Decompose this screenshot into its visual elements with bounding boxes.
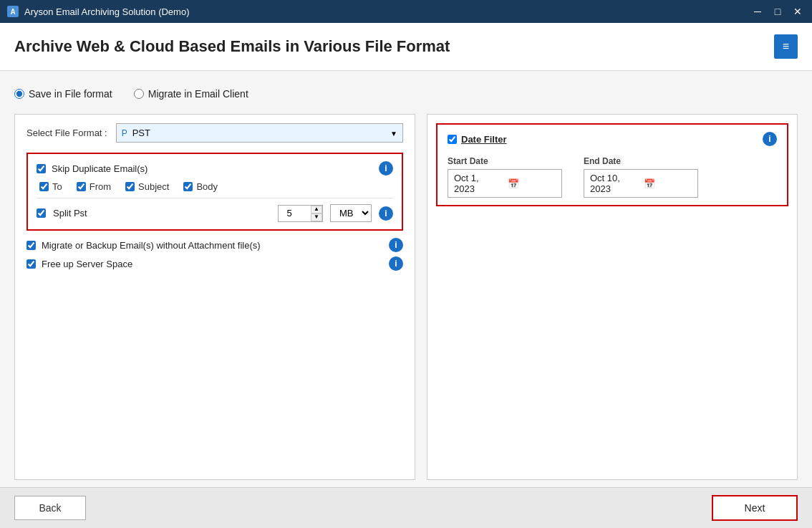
free-up-row: Free up Server Space i: [26, 256, 403, 271]
spin-up-button[interactable]: ▲: [311, 206, 322, 213]
app-header: Archive Web & Cloud Based Emails in Vari…: [0, 23, 812, 71]
split-pst-checkbox[interactable]: [37, 208, 46, 218]
file-format-select-wrapper: P PST MSG EML PDF MBOX HTML ▼: [116, 123, 403, 143]
end-date-input[interactable]: Oct 10, 2023 📅: [584, 169, 698, 198]
number-spinners: ▲ ▼: [311, 206, 322, 221]
page-title: Archive Web & Cloud Based Emails in Vari…: [14, 37, 450, 56]
divider-1: [37, 198, 393, 198]
split-pst-row: Split Pst ▲ ▼ MB GB KB i: [37, 204, 393, 222]
migrate-email-client-option[interactable]: Migrate in Email Client: [134, 88, 248, 100]
back-button[interactable]: Back: [14, 496, 86, 520]
body-checkbox[interactable]: [183, 182, 193, 191]
app-icon: A: [7, 6, 19, 17]
split-value-input[interactable]: [279, 206, 311, 221]
skip-duplicate-checkbox[interactable]: [37, 164, 46, 173]
next-button[interactable]: Next: [712, 495, 798, 521]
title-bar-controls: ─ □ ✕: [750, 4, 805, 19]
mode-radio-group: Save in File format Migrate in Email Cli…: [14, 85, 798, 102]
unit-select[interactable]: MB GB KB: [330, 204, 372, 222]
save-file-format-label: Save in File format: [29, 88, 112, 100]
filter-checkbox-group: To From Subject Body: [37, 181, 393, 192]
from-checkbox[interactable]: [77, 182, 86, 191]
migrate-backup-checkbox[interactable]: [26, 241, 36, 250]
to-label: To: [52, 181, 62, 192]
options-box: Skip Duplicate Email(s) i To From: [26, 153, 403, 231]
skip-duplicate-label: Skip Duplicate Email(s): [52, 163, 148, 174]
free-up-info-icon[interactable]: i: [389, 256, 403, 271]
end-date-value: Oct 10, 2023: [590, 173, 638, 194]
spin-down-button[interactable]: ▼: [311, 213, 322, 221]
close-button[interactable]: ✕: [791, 4, 805, 19]
start-date-value: Oct 1, 2023: [454, 173, 502, 194]
date-filter-info-icon[interactable]: i: [763, 132, 777, 146]
subject-label: Subject: [138, 181, 169, 192]
date-filter-panel: Date Filter i Start Date Oct 1, 2023 📅 E…: [436, 123, 788, 206]
body-checkbox-item[interactable]: Body: [183, 181, 218, 192]
left-panel: Select File Format : P PST MSG EML PDF M…: [14, 114, 415, 480]
split-pst-label: Split Pst: [53, 208, 87, 219]
save-file-format-option[interactable]: Save in File format: [14, 88, 112, 100]
date-filter-checkbox[interactable]: [448, 135, 457, 144]
date-filter-label: Date Filter: [461, 134, 507, 145]
start-date-field: Start Date Oct 1, 2023 📅: [448, 156, 562, 198]
to-checkbox[interactable]: [39, 182, 49, 191]
free-up-label: Free up Server Space: [42, 259, 132, 269]
subject-checkbox[interactable]: [125, 182, 135, 191]
migrate-backup-info-icon[interactable]: i: [389, 238, 403, 252]
from-checkbox-item[interactable]: From: [77, 181, 111, 192]
split-pst-info-icon[interactable]: i: [379, 206, 393, 221]
date-filter-title-row: Date Filter: [448, 134, 507, 145]
menu-button[interactable]: ≡: [774, 34, 798, 59]
date-filter-header: Date Filter i: [448, 132, 777, 146]
migrate-email-client-label: Migrate in Email Client: [148, 88, 248, 100]
migrate-backup-label: Migrate or Backup Email(s) without Attac…: [42, 240, 261, 251]
skip-duplicate-row: Skip Duplicate Email(s) i: [37, 161, 393, 176]
file-format-label: Select File Format :: [26, 128, 107, 138]
free-up-checkbox[interactable]: [26, 259, 36, 269]
end-date-calendar-icon[interactable]: 📅: [644, 178, 692, 189]
body-label: Body: [196, 181, 218, 192]
start-date-input[interactable]: Oct 1, 2023 📅: [448, 169, 562, 198]
end-date-label: End Date: [584, 156, 698, 166]
file-format-row: Select File Format : P PST MSG EML PDF M…: [26, 123, 403, 143]
date-fields: Start Date Oct 1, 2023 📅 End Date Oct 10…: [448, 156, 777, 198]
content-area: Save in File format Migrate in Email Cli…: [0, 71, 812, 487]
save-file-format-radio[interactable]: [14, 89, 24, 99]
right-panel: Date Filter i Start Date Oct 1, 2023 📅 E…: [427, 114, 798, 480]
maximize-button[interactable]: □: [770, 4, 785, 19]
to-checkbox-item[interactable]: To: [39, 181, 62, 192]
start-date-label: Start Date: [448, 156, 562, 166]
skip-duplicate-info-icon[interactable]: i: [379, 161, 393, 176]
minimize-button[interactable]: ─: [750, 4, 765, 19]
file-format-select[interactable]: PST MSG EML PDF MBOX HTML: [116, 123, 403, 143]
from-label: From: [90, 181, 111, 192]
migrate-email-client-radio[interactable]: [134, 89, 144, 99]
title-bar-left: A Aryson Email Archiving Solution (Demo): [7, 6, 189, 17]
title-bar-text: Aryson Email Archiving Solution (Demo): [24, 6, 189, 17]
main-panels: Select File Format : P PST MSG EML PDF M…: [14, 114, 798, 480]
start-date-calendar-icon[interactable]: 📅: [508, 178, 556, 189]
title-bar: A Aryson Email Archiving Solution (Demo)…: [0, 0, 812, 23]
subject-checkbox-item[interactable]: Subject: [125, 181, 169, 192]
bottom-bar: Back Next: [0, 487, 812, 528]
end-date-field: End Date Oct 10, 2023 📅: [584, 156, 698, 198]
split-value-input-wrap: ▲ ▼: [278, 205, 323, 222]
migrate-backup-row: Migrate or Backup Email(s) without Attac…: [26, 238, 403, 252]
